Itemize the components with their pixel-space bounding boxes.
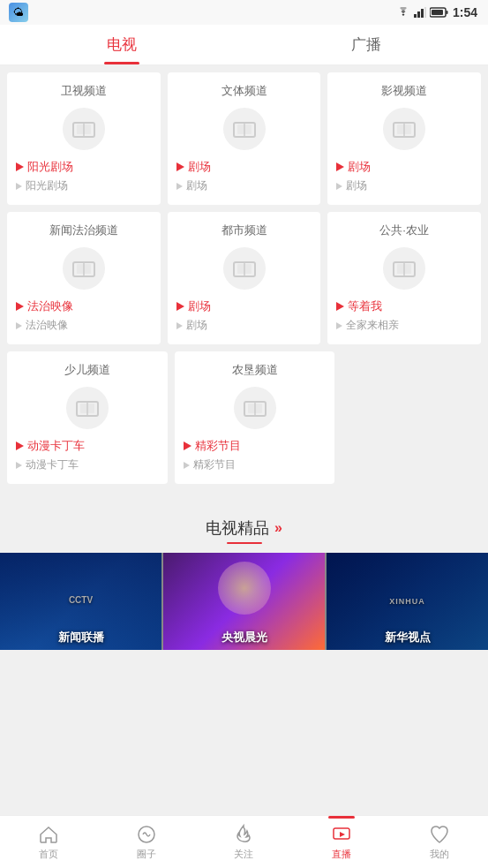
- tv-icon-wrap: [336, 247, 472, 290]
- section-header[interactable]: 电视精品 »: [0, 507, 488, 539]
- channel-card-xinwen[interactable]: 新闻法治频道 法治映像: [7, 212, 161, 344]
- program-next: 阳光剧场: [16, 178, 152, 193]
- tv-icon: [72, 259, 95, 278]
- battery-icon: [430, 7, 449, 18]
- empty-slot: [342, 351, 484, 484]
- svg-rect-1: [417, 11, 420, 18]
- tv-icon: [233, 119, 256, 139]
- channel-name: 农垦频道: [184, 362, 327, 378]
- channel-card-shaor[interactable]: 少儿频道 动漫卡丁车: [7, 351, 168, 484]
- svg-marker-41: [340, 832, 345, 837]
- channel-card-wenti[interactable]: 文体频道 剧场: [168, 72, 321, 205]
- channel-card-nongken[interactable]: 农垦频道 精彩节目: [175, 351, 335, 484]
- bottom-nav: 首页 圈子 关注 直播 我的: [0, 815, 488, 868]
- program-now: 剧场: [336, 159, 472, 175]
- tv-icon-wrap: [176, 247, 312, 290]
- tv-icon: [72, 119, 95, 139]
- channel-row-1: 卫视频道 阳光剧场: [0, 72, 488, 205]
- channel-card-yingshi[interactable]: 影视频道 剧场: [327, 72, 481, 205]
- nav-label-mine: 我的: [430, 848, 449, 861]
- thumb-sublabel-3: XINHUA: [331, 597, 484, 606]
- svg-rect-5: [446, 11, 447, 14]
- tab-tv[interactable]: 电视: [0, 25, 244, 64]
- nav-item-home[interactable]: 首页: [0, 816, 98, 868]
- featured-thumb-3[interactable]: XINHUA 新华视点: [327, 553, 488, 650]
- nav-active-indicator: [328, 816, 355, 819]
- channel-row-3: 少儿频道 动漫卡丁车: [0, 351, 488, 484]
- tv-icon: [393, 119, 416, 139]
- tv-icon-wrap: [16, 387, 159, 429]
- weather-icon: 🌤: [9, 3, 28, 22]
- program-now: 动漫卡丁车: [16, 438, 159, 454]
- play-icon: [16, 302, 24, 311]
- thumb-bg-1: CCTV 新闻联播: [0, 553, 161, 650]
- program-next: 剧场: [336, 178, 472, 193]
- channel-name: 少儿频道: [16, 362, 159, 378]
- play-icon: [336, 302, 344, 311]
- home-icon: [38, 824, 59, 845]
- thumb-bg-2: 央视晨光: [163, 553, 325, 650]
- tv-icon-wrap: [336, 108, 472, 150]
- nav-item-live[interactable]: 直播: [293, 816, 391, 868]
- channel-row-2: 新闻法治频道 法治映像: [0, 212, 488, 344]
- program-now: 精彩节目: [184, 438, 327, 454]
- signal-icon: [414, 7, 426, 18]
- program-now: 法治映像: [16, 298, 152, 314]
- tab-radio[interactable]: 广播: [244, 25, 489, 64]
- program-now: 阳光剧场: [16, 159, 152, 175]
- channel-grid: 卫视频道 阳光剧场: [0, 65, 488, 498]
- status-bar: 🌤 1:54: [0, 0, 488, 25]
- play-icon: [176, 162, 184, 171]
- nav-item-circle[interactable]: 圈子: [98, 816, 196, 868]
- next-icon: [336, 183, 342, 190]
- channel-name: 都市频道: [176, 223, 312, 238]
- tv-icon: [393, 259, 416, 278]
- circle-icon: [136, 824, 157, 845]
- channel-name: 新闻法治频道: [16, 223, 152, 238]
- channel-name: 公共·农业: [336, 223, 472, 238]
- next-icon: [16, 183, 22, 190]
- channel-card-weishi[interactable]: 卫视频道 阳光剧场: [7, 72, 161, 205]
- tv-icon-wrap: [16, 247, 152, 290]
- featured-thumb-2[interactable]: 央视晨光: [163, 553, 325, 650]
- tv-icon: [233, 259, 256, 278]
- program-next: 精彩节目: [184, 457, 327, 472]
- section-underline: [227, 542, 262, 544]
- channel-card-dushi[interactable]: 都市频道 剧场: [168, 212, 321, 344]
- svg-rect-6: [432, 10, 443, 15]
- nav-label-live: 直播: [332, 848, 351, 861]
- play-icon: [176, 302, 184, 311]
- program-next: 全家来相亲: [336, 318, 472, 333]
- nav-label-follow: 关注: [234, 848, 253, 861]
- svg-rect-0: [414, 14, 417, 18]
- nav-label-circle: 圈子: [137, 848, 156, 861]
- thumb-label-2: 央视晨光: [163, 630, 325, 645]
- next-icon: [184, 462, 190, 469]
- play-icon: [336, 162, 344, 171]
- next-icon: [16, 322, 22, 329]
- program-now: 剧场: [176, 159, 312, 175]
- featured-thumbnails: CCTV 新闻联播 央视晨光: [0, 553, 488, 650]
- next-icon: [16, 462, 22, 469]
- tv-icon-wrap: [184, 387, 327, 429]
- chevron-right-icon: »: [274, 520, 282, 536]
- main-content: 卫视频道 阳光剧场: [0, 65, 488, 703]
- svg-rect-3: [424, 7, 426, 18]
- nav-item-follow[interactable]: 关注: [195, 816, 293, 868]
- channel-name: 卫视频道: [16, 83, 152, 99]
- nav-label-home: 首页: [39, 848, 58, 861]
- channel-card-gonggong[interactable]: 公共·农业 等着我: [327, 212, 481, 344]
- time-display: 1:54: [453, 5, 477, 19]
- nav-item-mine[interactable]: 我的: [390, 816, 488, 868]
- next-icon: [176, 322, 183, 329]
- program-next: 剧场: [176, 178, 312, 193]
- program-now: 等着我: [336, 298, 472, 314]
- program-next: 动漫卡丁车: [16, 457, 159, 472]
- featured-section: 电视精品 » CCTV 新闻联播: [0, 498, 488, 650]
- tv-icon: [244, 398, 267, 418]
- channel-name: 影视频道: [336, 83, 472, 99]
- wifi-icon: [396, 7, 410, 18]
- next-icon: [176, 183, 183, 190]
- featured-thumb-1[interactable]: CCTV 新闻联播: [0, 553, 161, 650]
- play-icon: [16, 162, 24, 171]
